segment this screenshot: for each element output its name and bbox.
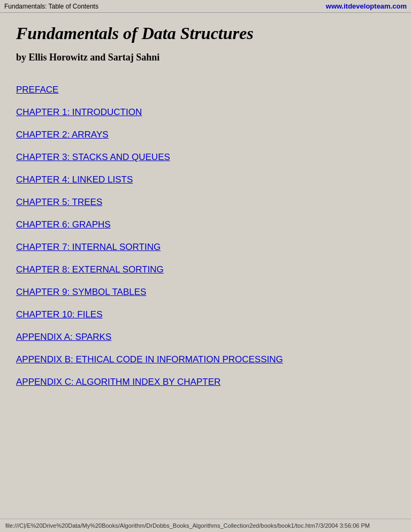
main-content: Fundamentals of Data Structures by Ellis… [0, 13, 411, 421]
footer: file:///C|/E%20Drive%20Data/My%20Books/A… [0, 519, 411, 532]
list-item: PREFACE [16, 85, 395, 95]
toc-link-6[interactable]: CHAPTER 6: GRAPHS [16, 219, 111, 230]
toc-link-5[interactable]: CHAPTER 5: TREES [16, 197, 102, 207]
list-item: CHAPTER 3: STACKS AND QUEUES [16, 152, 395, 163]
toc-link-10[interactable]: CHAPTER 10: FILES [16, 309, 103, 320]
toc-link-3[interactable]: CHAPTER 3: STACKS AND QUEUES [16, 152, 170, 162]
list-item: CHAPTER 1: INTRODUCTION [16, 107, 395, 118]
website-url: www.itdevelopteam.com [326, 2, 407, 10]
toc-link-0[interactable]: PREFACE [16, 85, 58, 95]
footer-text: file:///C|/E%20Drive%20Data/My%20Books/A… [5, 522, 370, 529]
page-title: Fundamentals: Table of Contents [4, 3, 98, 10]
toc-link-7[interactable]: CHAPTER 7: INTERNAL SORTING [16, 242, 161, 252]
list-item: CHAPTER 9: SYMBOL TABLES [16, 287, 395, 298]
list-item: CHAPTER 2: ARRAYS [16, 130, 395, 140]
book-title: Fundamentals of Data Structures [16, 24, 395, 43]
list-item: CHAPTER 6: GRAPHS [16, 219, 395, 230]
toc-link-11[interactable]: APPENDIX A: SPARKS [16, 332, 111, 342]
list-item: APPENDIX B: ETHICAL CODE IN INFORMATION … [16, 354, 395, 365]
list-item: CHAPTER 8: EXTERNAL SORTING [16, 264, 395, 275]
toc-link-1[interactable]: CHAPTER 1: INTRODUCTION [16, 107, 142, 117]
list-item: CHAPTER 10: FILES [16, 309, 395, 320]
list-item: CHAPTER 4: LINKED LISTS [16, 174, 395, 185]
toc-link-8[interactable]: CHAPTER 8: EXTERNAL SORTING [16, 264, 164, 275]
table-of-contents: PREFACECHAPTER 1: INTRODUCTIONCHAPTER 2:… [16, 85, 395, 387]
toc-link-13[interactable]: APPENDIX C: ALGORITHM INDEX BY CHAPTER [16, 377, 220, 387]
list-item: CHAPTER 5: TREES [16, 197, 395, 208]
toc-link-4[interactable]: CHAPTER 4: LINKED LISTS [16, 174, 133, 185]
toc-link-2[interactable]: CHAPTER 2: ARRAYS [16, 130, 109, 140]
list-item: APPENDIX C: ALGORITHM INDEX BY CHAPTER [16, 377, 395, 387]
toc-link-9[interactable]: CHAPTER 9: SYMBOL TABLES [16, 287, 146, 297]
list-item: APPENDIX A: SPARKS [16, 332, 395, 343]
toc-link-12[interactable]: APPENDIX B: ETHICAL CODE IN INFORMATION … [16, 354, 283, 364]
book-author: by Ellis Horowitz and Sartaj Sahni [16, 52, 395, 63]
title-bar: Fundamentals: Table of Contents www.itde… [0, 0, 411, 13]
list-item: CHAPTER 7: INTERNAL SORTING [16, 242, 395, 253]
